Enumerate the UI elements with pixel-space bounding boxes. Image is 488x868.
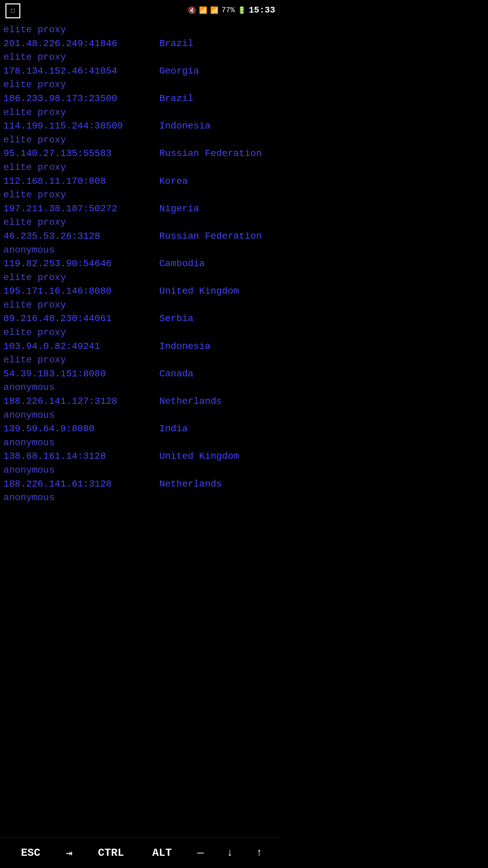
proxy-type-label: anonymous — [3, 409, 277, 422]
battery-icon: 🔋 — [238, 6, 246, 15]
proxy-row: 89.216.48.230:44061Serbia — [3, 312, 277, 326]
list-item: elite proxy186.233.98.173:23500Brazil — [3, 78, 277, 105]
list-item: anonymous188.226.141.61:3128Netherlands — [3, 463, 277, 491]
list-item: elite proxy89.216.48.230:44061Serbia — [3, 298, 277, 326]
proxy-country: Netherlands — [146, 477, 222, 491]
proxy-type-label: anonymous — [3, 463, 277, 477]
proxy-ip: 54.39.183.151:8080 — [3, 367, 146, 381]
proxy-ip: 138.68.161.14:3128 — [3, 450, 146, 463]
status-icons: 🔇 📶 📶 77% 🔋 15:33 — [188, 5, 275, 15]
dash-icon[interactable]: — — [197, 847, 204, 859]
proxy-ip: 195.171.16.146:8080 — [3, 284, 146, 298]
proxy-country: Nigeria — [146, 202, 199, 216]
bottom-bar[interactable]: ESC ⇥ CTRL ALT — ↓ ↑ — [0, 837, 281, 868]
proxy-type-label: elite proxy — [3, 353, 277, 367]
proxy-country: Korea — [146, 175, 188, 189]
signal-icon: 📶 — [210, 6, 219, 15]
proxy-ip: 186.233.98.173:23500 — [3, 92, 146, 106]
proxy-type-label: elite proxy — [3, 216, 277, 230]
esc-button[interactable]: ESC — [18, 845, 43, 861]
proxy-type-label: elite proxy — [3, 78, 277, 92]
proxy-country: Russian Federation — [146, 230, 262, 243]
list-item: anonymous139.59.64.9:8080India — [3, 409, 277, 436]
proxy-type-label: anonymous — [3, 381, 277, 395]
wifi-icon: 📶 — [199, 6, 207, 15]
proxy-type-label: elite proxy — [3, 271, 277, 285]
proxy-country: United Kingdom — [146, 284, 239, 298]
list-item: elite proxy114.199.115.244:38509Indonesi… — [3, 106, 277, 133]
proxy-ip: 89.216.48.230:44061 — [3, 312, 146, 326]
proxy-row: 195.171.16.146:8080United Kingdom — [3, 284, 277, 298]
proxy-country: India — [146, 422, 188, 436]
proxy-type-label: elite proxy — [3, 51, 277, 64]
list-item: elite proxy54.39.183.151:8080Canada — [3, 353, 277, 381]
proxy-ip: 46.235.53.26:3128 — [3, 230, 146, 243]
proxy-row: 186.233.98.173:23500Brazil — [3, 92, 277, 106]
proxy-ip: 95.140.27.135:55583 — [3, 147, 146, 161]
proxy-country: Indonesia — [146, 340, 210, 354]
list-item: elite proxy46.235.53.26:3128Russian Fede… — [3, 216, 277, 243]
proxy-row: 139.59.64.9:8080India — [3, 422, 277, 436]
list-item: elite proxy197.211.38.187:50272Nigeria — [3, 188, 277, 216]
proxy-row: 112.168.11.170:808Korea — [3, 175, 277, 189]
list-item: elite proxy95.140.27.135:55583Russian Fe… — [3, 133, 277, 161]
proxy-type-label: anonymous — [3, 436, 277, 450]
proxy-row: 188.226.141.127:3128Netherlands — [3, 395, 277, 409]
mute-icon: 🔇 — [188, 6, 196, 15]
proxy-country: Brazil — [146, 37, 194, 51]
proxy-ip: 139.59.64.9:8080 — [3, 422, 146, 436]
proxy-type-label: elite proxy — [3, 133, 277, 147]
ctrl-button[interactable]: CTRL — [95, 845, 127, 861]
proxy-type-label: anonymous — [3, 491, 277, 505]
proxy-row: 178.134.152.46:41054Georgia — [3, 64, 277, 78]
proxy-row: 201.48.226.249:41846Brazil — [3, 37, 277, 51]
proxy-country: Indonesia — [146, 119, 210, 133]
proxy-ip: 119.82.253.90:54646 — [3, 257, 146, 271]
proxy-ip: 114.199.115.244:38509 — [3, 119, 146, 133]
proxy-ip: 112.168.11.170:808 — [3, 175, 146, 189]
proxy-ip: 197.211.38.187:50272 — [3, 202, 146, 216]
proxy-row: 54.39.183.151:8080Canada — [3, 367, 277, 381]
proxy-type-label: elite proxy — [3, 106, 277, 120]
list-item: anonymous — [3, 491, 277, 505]
proxy-type-label: anonymous — [3, 243, 277, 257]
proxy-type-label: elite proxy — [3, 326, 277, 340]
proxy-country: Russian Federation — [146, 147, 262, 161]
up-arrow-icon[interactable]: ↑ — [256, 847, 262, 859]
list-item: elite proxy195.171.16.146:8080United Kin… — [3, 271, 277, 298]
proxy-ip: 201.48.226.249:41846 — [3, 37, 146, 51]
list-item: elite proxy112.168.11.170:808Korea — [3, 161, 277, 188]
terminal-icon-box: □ — [5, 3, 20, 18]
proxy-type-label: elite proxy — [3, 161, 277, 175]
proxy-row: 119.82.253.90:54646Cambodia — [3, 257, 277, 271]
list-item: anonymous138.68.161.14:3128United Kingdo… — [3, 436, 277, 463]
status-bar: □ 🔇 📶 📶 77% 🔋 15:33 — [0, 0, 281, 20]
proxy-type-label: elite proxy — [3, 188, 277, 202]
tab-icon[interactable]: ⇥ — [66, 846, 73, 860]
list-item: anonymous119.82.253.90:54646Cambodia — [3, 243, 277, 271]
proxy-type-label: elite proxy — [3, 298, 277, 312]
proxy-type-label: elite proxy — [3, 23, 277, 37]
proxy-ip: 188.226.141.61:3128 — [3, 477, 146, 491]
down-arrow-icon[interactable]: ↓ — [227, 847, 233, 859]
proxy-ip: 103.94.0.82:49241 — [3, 340, 146, 354]
proxy-row: 46.235.53.26:3128Russian Federation — [3, 230, 277, 243]
proxy-country: Brazil — [146, 92, 194, 106]
proxy-row: 138.68.161.14:3128United Kingdom — [3, 450, 277, 463]
proxy-row: 103.94.0.82:49241Indonesia — [3, 340, 277, 354]
terminal-icon: □ — [5, 3, 20, 18]
proxy-row: 114.199.115.244:38509Indonesia — [3, 119, 277, 133]
proxy-country: Georgia — [146, 64, 199, 78]
proxy-ip: 178.134.152.46:41054 — [3, 64, 146, 78]
proxy-country: United Kingdom — [146, 450, 239, 463]
list-item: elite proxy201.48.226.249:41846Brazil — [3, 23, 277, 51]
status-time: 15:33 — [249, 5, 275, 15]
proxy-row: 197.211.38.187:50272Nigeria — [3, 202, 277, 216]
proxy-row: 95.140.27.135:55583Russian Federation — [3, 147, 277, 161]
proxy-country: Netherlands — [146, 395, 222, 409]
alt-button[interactable]: ALT — [149, 845, 175, 861]
list-item: elite proxy103.94.0.82:49241Indonesia — [3, 326, 277, 353]
terminal-content: elite proxy201.48.226.249:41846Brazileli… — [0, 20, 281, 508]
proxy-country: Cambodia — [146, 257, 205, 271]
proxy-ip: 188.226.141.127:3128 — [3, 395, 146, 409]
